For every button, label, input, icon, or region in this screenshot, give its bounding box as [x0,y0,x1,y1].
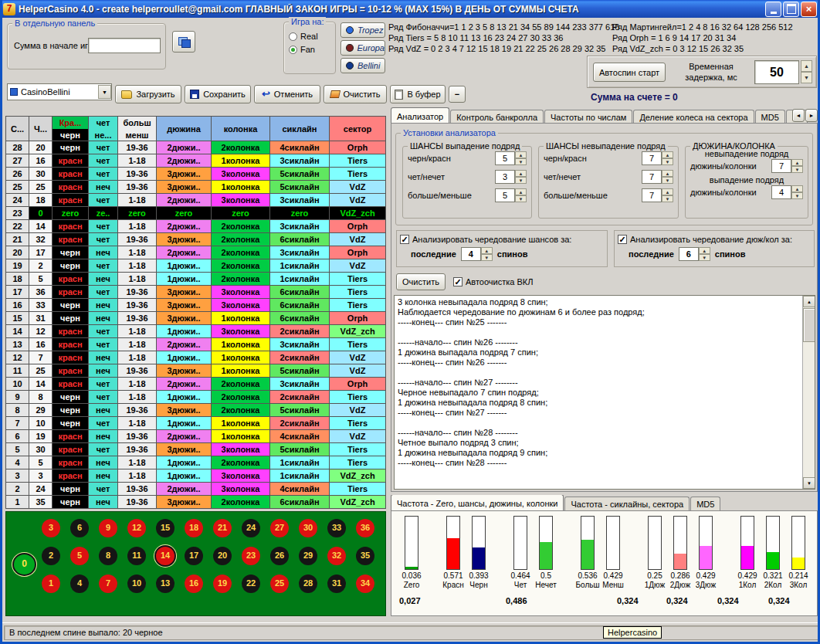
spin-up-icon[interactable]: ▲ [481,247,493,254]
start-sum-input[interactable] [88,38,161,53]
history-row[interactable]: 2132краснчет19-363дюжи..2колонка6сиклайн… [6,233,386,246]
board-number-21[interactable]: 21 [213,519,232,537]
scroll-down-icon[interactable]: ▼ [803,477,815,489]
spin-up-icon[interactable]: ▲ [801,60,812,72]
checkbox-checked-icon[interactable]: ✓ [618,235,627,244]
board-number-17[interactable]: 17 [185,547,203,565]
history-row[interactable]: 2716краснчет1-182дюжи..1колонка3сиклайнT… [6,154,386,168]
board-number-36[interactable]: 36 [356,519,374,537]
spin-value[interactable]: 3 [495,170,515,184]
autoclear-checkbox[interactable]: ✓ [453,277,463,286]
tab-4[interactable]: MD5 [755,110,785,124]
spin-down-icon[interactable]: ▼ [515,195,527,202]
board-number-28[interactable]: 28 [299,575,317,593]
spin-down-icon[interactable]: ▼ [662,158,673,165]
board-number-18[interactable]: 18 [185,519,203,537]
spin-value[interactable]: 4 [461,247,481,261]
tab-0[interactable]: Анализатор [391,107,449,124]
minimize-button[interactable] [765,2,781,17]
board-number-12[interactable]: 12 [127,519,146,537]
analyzer-log[interactable]: 3 колонка невыпадала подряд 8 спин; Набл… [394,295,815,490]
spin-down-icon[interactable]: ▼ [801,72,812,83]
board-number-25[interactable]: 25 [270,575,289,593]
board-number-29[interactable]: 29 [299,547,317,565]
history-row[interactable]: 2214краснчет1-182дюжи..2колонка3сиклайнO… [6,220,386,233]
history-row[interactable]: 127красннеч1-181дюжи..1колонка2сиклайнVd… [6,351,386,364]
history-row[interactable]: 1014краснчет1-182дюжи..2колонка3сиклайнO… [6,378,386,391]
spin-value[interactable]: 7 [642,170,662,184]
spin-down-icon[interactable]: ▼ [515,158,527,165]
to-panel-button[interactable] [172,31,195,53]
history-row[interactable]: 2820чернчет19-362дюжи..2колонка4сиклайнO… [6,141,386,154]
history-row[interactable]: 1736краснчет19-363дюжи..3колонка6сиклайн… [6,286,386,299]
casino-button-tropez[interactable]: Tropez [341,22,385,38]
checkbox-checked-icon[interactable]: ✓ [400,235,409,244]
history-row[interactable]: 230zeroze..zerozerozerozeroVdZ_zch [6,207,386,220]
board-number-1[interactable]: 1 [42,575,60,593]
casino-select[interactable]: CasinoBellini ▼ [7,83,112,100]
board-number-4[interactable]: 4 [70,575,89,593]
board-number-35[interactable]: 35 [356,547,374,565]
board-number-23[interactable]: 23 [242,547,260,565]
history-row[interactable]: 1633черннеч19-363дюжи..3колонка6сиклайнT… [6,299,386,312]
column-header[interactable]: дюжина [157,117,212,141]
scroll-up-icon[interactable]: ▲ [803,296,815,307]
spin-value[interactable]: 5 [495,151,515,165]
spin-value[interactable]: 5 [495,188,515,202]
board-number-30[interactable]: 30 [299,519,317,537]
chart-tab-0[interactable]: Частота - Zero, шансы, дюжины, колонки [391,495,564,510]
spin-value[interactable]: 4 [771,185,791,199]
history-row[interactable]: 33красннеч1-181дюжи..3колонка1сиклайнVdZ… [6,469,386,483]
history-row[interactable]: 2017черннеч1-182дюжи..2колонка3сиклайнOr… [6,246,386,259]
board-number-14[interactable]: 14 [156,547,175,565]
board-number-16[interactable]: 16 [185,575,203,593]
board-number-3[interactable]: 3 [42,519,60,537]
tab-1[interactable]: Контроль банкролла [450,110,544,124]
collapse-button[interactable]: − [449,86,466,103]
spin-up-icon[interactable]: ▲ [699,247,710,254]
save-button[interactable]: Сохранить [185,85,251,103]
history-row[interactable]: 2418краснчет1-182дюжи..3колонка3сиклайнV… [6,194,386,207]
history-row[interactable]: 530краснчет19-363дюжи..3колонка5сиклайнT… [6,443,386,456]
tab-3[interactable]: Деление колеса на сектора [633,110,754,124]
history-row[interactable]: 829черннеч19-363дюжи..2колонка5сиклайнVd… [6,404,386,417]
board-number-31[interactable]: 31 [327,575,346,593]
clear-button[interactable]: Очистить [324,85,387,103]
board-number-6[interactable]: 6 [70,519,89,537]
history-row[interactable]: 1125красннеч19-363дюжи..1колонка5сиклайн… [6,364,386,378]
column-header[interactable]: колонка [212,117,270,141]
chart-tab-2[interactable]: MD5 [690,497,720,510]
history-row[interactable]: 2630краснчет19-363дюжи..3колонка5сиклайн… [6,168,386,181]
history-row[interactable]: 710чернчет1-181дюжи..1колонка2сиклайнTie… [6,417,386,430]
history-row[interactable]: 1412краснчет1-181дюжи..3колонка2сиклайнV… [6,325,386,338]
spin-up-icon[interactable]: ▲ [515,151,527,158]
spin-up-icon[interactable]: ▲ [515,170,527,177]
column-header[interactable]: Кра...черн [53,117,89,141]
spin-down-icon[interactable]: ▼ [662,177,673,184]
spin-up-icon[interactable]: ▲ [791,185,803,192]
close-button[interactable] [801,2,817,17]
history-row[interactable]: 619красннеч19-362дюжи..1колонка4сиклайнV… [6,430,386,443]
column-header[interactable]: сиклайн [270,117,330,141]
dropdown-arrow-icon[interactable]: ▼ [98,85,111,99]
board-number-8[interactable]: 8 [99,547,117,565]
column-header[interactable]: Ч... [29,117,53,141]
delay-input[interactable]: 50 [754,60,799,84]
history-row[interactable]: 98чернчет1-181дюжи..2колонка2сиклайнTier… [6,391,386,404]
radio-fan[interactable]: Fan [289,45,330,54]
spin-up-icon[interactable]: ▲ [662,170,673,177]
undo-button[interactable]: ↩ Отменить [254,85,320,103]
spin-value[interactable]: 7 [642,188,662,202]
column-header[interactable]: С... [6,117,29,141]
spin-down-icon[interactable]: ▼ [662,195,673,202]
spin-down-icon[interactable]: ▼ [515,177,527,184]
spin-up-icon[interactable]: ▲ [662,188,673,195]
board-number-5[interactable]: 5 [70,547,89,565]
history-row[interactable]: 192чернчет1-181дюжи..2колонка1сиклайнVdZ [6,259,386,273]
board-number-32[interactable]: 32 [327,547,346,565]
board-number-10[interactable]: 10 [127,575,146,593]
spin-up-icon[interactable]: ▲ [791,159,803,166]
column-header[interactable]: большменш [118,117,157,141]
history-row[interactable]: 135черннеч19-363дюжи..2колонка6сиклайнVd… [6,496,386,509]
spin-down-icon[interactable]: ▼ [481,254,493,261]
